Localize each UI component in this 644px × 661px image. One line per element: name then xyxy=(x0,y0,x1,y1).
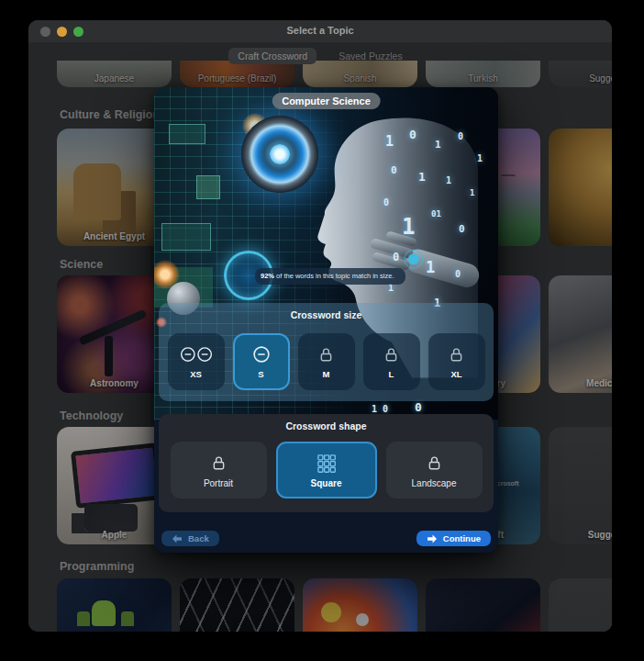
grid-icon xyxy=(316,453,337,475)
back-button-label: Back xyxy=(188,533,209,543)
binary-digit: 1 xyxy=(446,175,451,185)
match-note-text: of the words in this topic match in size… xyxy=(274,272,394,280)
lock-icon xyxy=(317,344,335,364)
crossword-shape-panel: Crossword shape PortraitSquareLandscape xyxy=(159,414,494,512)
binary-digit: 0 xyxy=(393,251,399,263)
shape-option-portrait[interactable]: Portrait xyxy=(171,442,267,499)
size-option-label: L xyxy=(389,369,394,379)
continue-button-label: Continue xyxy=(443,533,481,543)
binary-digit: 1 xyxy=(435,139,441,151)
binary-digit: 01 xyxy=(431,209,441,218)
lock-icon xyxy=(383,344,400,364)
back-button[interactable]: Back xyxy=(161,531,219,546)
lock-icon xyxy=(448,344,465,364)
circle-minus-icon xyxy=(251,344,272,364)
lock-icon xyxy=(426,453,443,475)
size-option-l[interactable]: L xyxy=(363,333,420,390)
size-option-label: XS xyxy=(190,369,202,379)
crossword-size-panel: Crossword size XSSMLXL xyxy=(159,303,494,401)
circle-minus-double-icon xyxy=(178,344,215,364)
size-option-m[interactable]: M xyxy=(298,333,355,390)
binary-digit: 1 xyxy=(418,170,426,184)
size-option-label: XL xyxy=(450,369,461,379)
size-option-xs[interactable]: XS xyxy=(168,333,225,390)
match-percentage: 92% xyxy=(261,272,274,280)
size-option-label: M xyxy=(323,369,330,379)
shape-option-label: Portrait xyxy=(204,478,233,488)
shape-option-label: Square xyxy=(311,478,342,488)
binary-digit: 1 xyxy=(477,153,483,163)
binary-digit: 1 xyxy=(470,188,474,197)
topic-name-badge: Computer Science xyxy=(272,93,381,109)
binary-digit: 0 xyxy=(415,400,422,414)
binary-digit: 1 xyxy=(402,214,415,240)
binary-digit: 0 xyxy=(391,164,397,176)
arrow-left-icon xyxy=(172,534,183,543)
topic-settings-modal: 10101011100110010111 00 Computer Science… xyxy=(154,87,498,553)
crossword-size-title: Crossword size xyxy=(159,303,494,320)
size-option-xl[interactable]: XL xyxy=(428,333,485,390)
binary-digit: 1 0 xyxy=(372,404,388,414)
binary-digit: 0 xyxy=(459,223,465,235)
size-option-s[interactable]: S xyxy=(233,333,290,390)
continue-button[interactable]: Continue xyxy=(416,531,491,546)
shape-option-landscape[interactable]: Landscape xyxy=(386,442,483,499)
binary-digit: 1 xyxy=(426,258,435,276)
shape-option-label: Landscape xyxy=(412,478,457,488)
crossword-shape-options: PortraitSquareLandscape xyxy=(159,442,494,499)
shape-option-square[interactable]: Square xyxy=(276,442,377,499)
lock-icon xyxy=(210,453,228,475)
screen: Craft Crossword Saved Puzzles JapanesePo… xyxy=(0,0,644,661)
crossword-shape-title: Crossword shape xyxy=(159,414,494,431)
window-title-bar: Select a Topic xyxy=(28,20,612,42)
window-title: Select a Topic xyxy=(28,25,612,36)
size-option-label: S xyxy=(258,369,263,379)
modal-footer: Back Continue xyxy=(161,531,491,546)
binary-digit: 1 xyxy=(385,133,394,150)
word-match-note: 92% of the words in this topic match in … xyxy=(255,268,405,285)
binary-digit: 0 xyxy=(409,128,416,141)
arrow-right-icon xyxy=(427,534,438,543)
binary-digit: 0 xyxy=(383,197,389,207)
binary-digit: 0 xyxy=(455,269,461,279)
binary-digit: 0 xyxy=(458,131,463,141)
crossword-size-options: XSSMLXL xyxy=(159,333,494,390)
